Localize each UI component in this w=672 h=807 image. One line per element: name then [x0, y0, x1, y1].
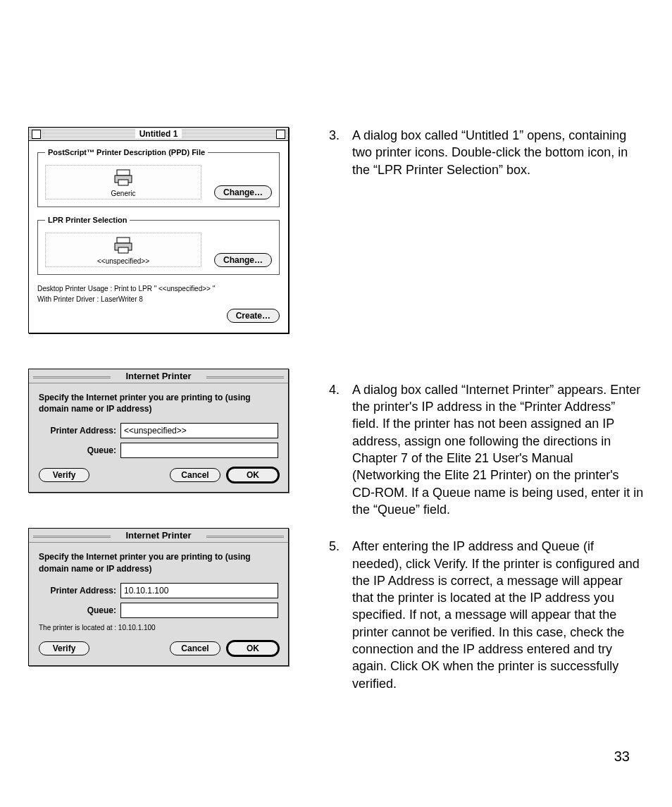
dialog-instruction: Specify the Internet printer you are pri… — [39, 551, 278, 574]
printer-icon — [113, 168, 134, 187]
verify-button[interactable]: Verify — [39, 468, 89, 482]
printer-status: The printer is located at : 10.10.1.100 — [39, 624, 278, 632]
svg-rect-5 — [118, 247, 128, 253]
ok-button[interactable]: OK — [228, 641, 278, 655]
step-number: 4. — [324, 381, 340, 518]
ppd-icon-label: Generic — [46, 190, 201, 197]
window-titlebar: Untitled 1 — [29, 128, 288, 141]
cancel-button[interactable]: Cancel — [170, 468, 220, 482]
verify-button[interactable]: Verify — [39, 641, 89, 655]
printer-address-input[interactable] — [120, 423, 278, 438]
queue-input[interactable] — [120, 443, 278, 458]
ok-button[interactable]: OK — [228, 468, 278, 482]
driver-line: With Printer Driver : LaserWriter 8 — [37, 294, 280, 304]
untitled-window: Untitled 1 PostScript™ Printer Descripti… — [28, 127, 289, 333]
queue-label: Queue: — [39, 605, 116, 615]
internet-printer-dialog-1: Internet Printer Specify the Internet pr… — [28, 369, 289, 493]
svg-rect-2 — [118, 180, 128, 185]
step-4: 4. A dialog box called “Internet Printer… — [324, 381, 644, 518]
internet-printer-dialog-2: Internet Printer Specify the Internet pr… — [28, 528, 289, 665]
ppd-change-button[interactable]: Change… — [214, 185, 272, 199]
ppd-legend: PostScript™ Printer Description (PPD) Fi… — [45, 148, 208, 156]
ppd-group: PostScript™ Printer Description (PPD) Fi… — [37, 148, 280, 207]
printer-icon — [113, 236, 134, 254]
svg-rect-0 — [117, 170, 130, 175]
lpr-change-button[interactable]: Change… — [214, 253, 272, 267]
step-number: 5. — [324, 538, 340, 692]
ppd-icon-area[interactable]: Generic — [45, 165, 201, 199]
step-text: After entering the IP address and Queue … — [352, 538, 644, 692]
step-text: A dialog box called “Untitled 1” opens, … — [352, 127, 644, 178]
dialog-title: Internet Printer — [120, 530, 197, 541]
step-number: 3. — [324, 127, 340, 178]
queue-input[interactable] — [120, 603, 278, 618]
window-title: Untitled 1 — [135, 129, 182, 139]
printer-address-label: Printer Address: — [39, 426, 116, 436]
printer-address-label: Printer Address: — [39, 586, 116, 596]
lpr-icon-area[interactable]: <<unspecified>> — [45, 233, 201, 267]
dialog-titlebar: Internet Printer — [29, 369, 288, 383]
instructions-column: 3. A dialog box called “Untitled 1” open… — [324, 127, 644, 712]
dialog-titlebar: Internet Printer — [29, 529, 288, 543]
lpr-legend: LPR Printer Selection — [45, 216, 130, 224]
figures-column: Untitled 1 PostScript™ Printer Descripti… — [28, 127, 289, 712]
cancel-button[interactable]: Cancel — [170, 641, 220, 655]
create-button[interactable]: Create… — [227, 309, 280, 323]
step-3: 3. A dialog box called “Untitled 1” open… — [324, 127, 644, 178]
step-text: A dialog box called “Internet Printer” a… — [352, 381, 644, 518]
lpr-group: LPR Printer Selection <<unspecified>> Ch… — [37, 216, 280, 275]
svg-rect-3 — [117, 238, 130, 243]
lpr-icon-label: <<unspecified>> — [46, 257, 201, 265]
printer-address-input[interactable] — [120, 583, 278, 598]
dialog-instruction: Specify the Internet printer you are pri… — [39, 392, 278, 414]
page-number: 33 — [614, 749, 630, 765]
dialog-title: Internet Printer — [120, 371, 197, 381]
usage-line: Desktop Printer Usage : Print to LPR " <… — [37, 283, 280, 294]
step-5: 5. After entering the IP address and Que… — [324, 538, 644, 692]
queue-label: Queue: — [39, 445, 116, 455]
